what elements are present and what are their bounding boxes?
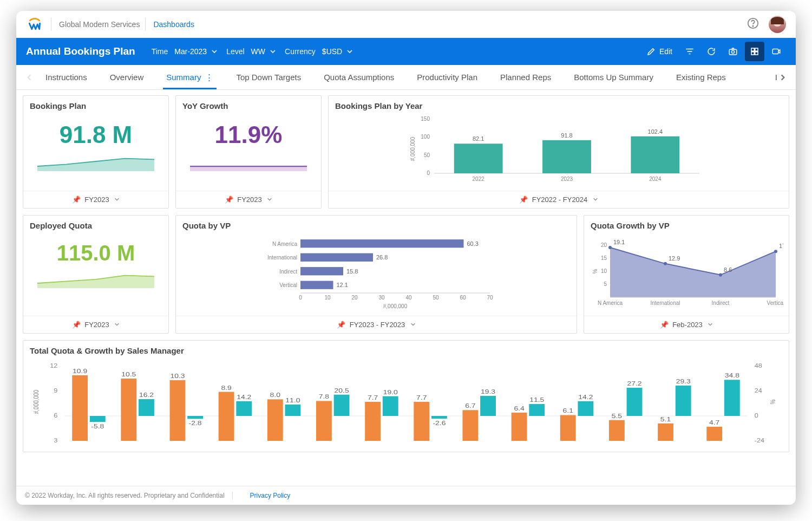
svg-text:8.9: 8.9 [221,385,231,391]
svg-text:7.8: 7.8 [319,394,329,400]
svg-rect-93 [285,405,301,416]
quota-by-vp-chart: N America60.3International26.8Indirect15… [181,233,571,309]
svg-rect-4 [751,48,754,51]
svg-text:7.7: 7.7 [368,394,378,401]
workday-logo[interactable] [26,16,43,33]
snapshot-button[interactable] [723,42,743,61]
tab-planned-reps[interactable]: Planned Reps [498,66,553,89]
svg-point-1 [752,25,753,26]
svg-rect-105 [431,416,447,419]
svg-rect-31 [300,267,343,275]
tabs-scroll-left[interactable] [21,74,38,81]
tab-overview[interactable]: Overview [108,66,146,89]
filter-icon [685,47,695,56]
grid-view-button[interactable] [745,42,764,61]
svg-rect-25 [300,239,464,248]
filter-button[interactable] [680,42,699,61]
avatar[interactable] [769,16,786,33]
tab-top-down-targets[interactable]: Top Down Targets [234,66,303,89]
svg-text:6.4: 6.4 [514,405,524,412]
pin-icon: 📌 [72,196,81,204]
svg-rect-7 [755,52,758,55]
svg-text:2024: 2024 [649,176,662,182]
svg-text:6.7: 6.7 [465,403,475,409]
card-title: Total Quota & Growth by Sales Manager [23,341,789,359]
card-footer-selector[interactable]: 📌 Feb-2023 [584,316,789,333]
svg-rect-81 [139,399,154,416]
svg-rect-121 [627,388,643,416]
svg-rect-111 [512,413,527,441]
svg-text:International: International [650,300,680,306]
card-title: Deployed Quota [23,216,168,233]
svg-text:48: 48 [755,363,762,369]
tab-instructions[interactable]: Instructions [43,66,89,89]
svg-text:4.7: 4.7 [709,419,719,426]
tab-summary[interactable]: Summary⋮ [164,66,215,89]
chevron-down-icon [346,48,353,55]
svg-text:102.4: 102.4 [648,128,663,135]
svg-text:6.1: 6.1 [563,408,573,414]
time-filter[interactable]: Mar-2023 [171,45,221,58]
svg-rect-113 [529,404,545,416]
svg-text:5: 5 [604,281,607,287]
svg-point-54 [664,262,667,265]
page-title: Annual Bookings Plan [26,45,135,57]
svg-text:%: % [769,400,776,405]
chevron-down-icon [270,48,276,55]
svg-text:6: 6 [54,413,57,419]
svg-text:%: % [592,269,598,273]
svg-text:24: 24 [755,388,763,394]
svg-point-60 [774,250,777,253]
svg-text:9: 9 [54,388,57,394]
card-footer-selector[interactable]: 📌 FY2023 [23,316,168,333]
svg-text:11.0: 11.0 [285,397,300,403]
card-deployed-quota: Deployed Quota 115.0 M 📌 FY2023 [23,215,169,334]
svg-text:8.6: 8.6 [724,266,732,273]
tab-productivity-plan[interactable]: Productivity Plan [415,66,480,89]
svg-text:100: 100 [421,134,430,140]
refresh-button[interactable] [702,42,721,61]
svg-text:International: International [267,255,297,260]
svg-point-51 [608,246,612,249]
card-footer-selector[interactable]: 📌 FY2023 [23,191,168,208]
present-button[interactable] [767,42,786,61]
pencil-icon [646,47,656,56]
svg-text:15: 15 [601,255,607,261]
tab-more-icon[interactable]: ⋮ [205,73,213,82]
svg-text:#,000,000: #,000,000 [410,136,416,161]
svg-rect-79 [121,379,136,441]
camera-icon [728,47,738,56]
card-quota-by-vp: Quota by VP N America60.3International26… [175,215,577,334]
card-footer-selector[interactable]: 📌 FY2023 - FY2023 [176,316,577,333]
svg-rect-107 [462,410,478,441]
tab-quota-assumptions[interactable]: Quota Assumptions [322,66,396,89]
svg-rect-91 [267,399,283,441]
svg-rect-34 [300,281,333,289]
card-footer-selector[interactable]: 📌 FY2022 - FY2024 [329,191,789,208]
card-title: Bookings Plan [23,96,168,114]
edit-button[interactable]: Edit [641,43,678,60]
svg-text:-5.8: -5.8 [91,423,104,429]
svg-text:19.1: 19.1 [613,239,625,245]
svg-rect-125 [676,386,691,416]
svg-text:Indirect: Indirect [712,300,730,306]
card-footer-selector[interactable]: 📌 FY2023 [176,191,321,208]
divider [232,492,233,499]
svg-text:20: 20 [601,242,607,248]
svg-text:20: 20 [351,295,358,301]
svg-text:10: 10 [601,268,607,274]
svg-rect-8 [772,49,778,54]
card-bookings-plan: Bookings Plan 91.8 M 📌 FY2023 [23,95,169,209]
help-icon[interactable] [747,17,759,31]
card-total-quota-growth: Total Quota & Growth by Sales Manager 36… [23,340,789,452]
svg-rect-97 [334,395,350,416]
tab-bottoms-up-summary[interactable]: Bottoms Up Summary [572,66,656,89]
currency-filter[interactable]: $USD [319,45,356,58]
tab-existing-reps[interactable]: Existing Reps [674,66,728,89]
svg-rect-103 [414,402,429,441]
dashboards-link[interactable]: Dashboards [153,20,194,29]
card-title: Quota by VP [176,216,577,233]
privacy-link[interactable]: Privacy Policy [250,492,291,499]
divider [51,18,51,31]
level-filter[interactable]: WW [248,45,279,58]
